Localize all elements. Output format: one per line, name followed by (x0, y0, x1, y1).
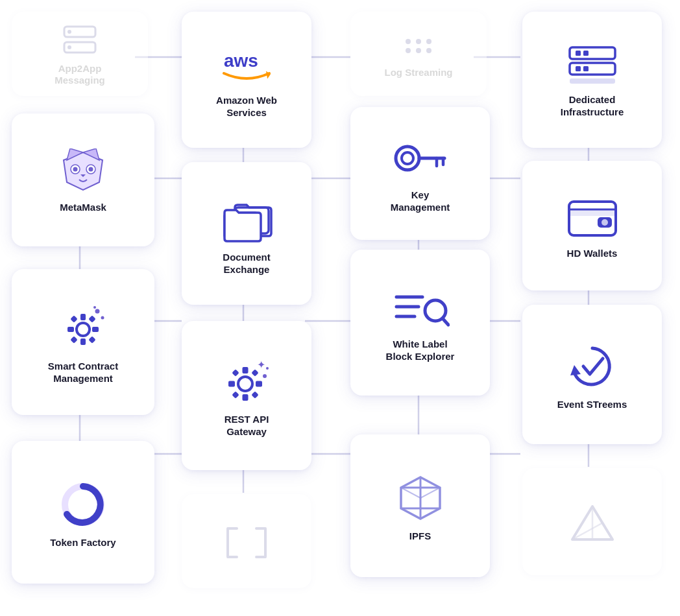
svg-rect-35 (576, 51, 581, 56)
svg-rect-63 (80, 338, 86, 345)
svg-point-51 (396, 147, 419, 170)
svg-rect-78 (232, 370, 239, 377)
svg-line-97 (401, 488, 420, 498)
aws-label: Amazon WebServices (216, 95, 277, 119)
card-event-streams[interactable]: Event STreems (522, 305, 662, 444)
card-hd-wallets[interactable]: HD Wallets (522, 161, 662, 290)
card-metamask[interactable]: MetaMask (12, 113, 154, 246)
svg-point-83 (263, 374, 267, 378)
log-streaming-icon (402, 32, 435, 60)
svg-rect-74 (243, 367, 249, 373)
svg-point-84 (266, 367, 269, 370)
svg-point-46 (73, 167, 78, 172)
svg-rect-39 (583, 66, 589, 71)
svg-text:aws: aws (224, 51, 258, 71)
card-log-streaming[interactable]: Log Streaming (350, 12, 487, 96)
white-label-label: White LabelBlock Explorer (386, 338, 455, 363)
svg-point-29 (416, 39, 421, 44)
svg-point-30 (426, 39, 431, 44)
dedicated-infra-icon (566, 43, 618, 88)
triangle-icon (570, 504, 615, 543)
app2app-label: App2AppMessaging (55, 63, 105, 88)
rest-api-label: REST APIGateway (225, 414, 269, 438)
rest-api-icon: ✦ (221, 355, 273, 407)
card-ipfs[interactable]: IPFS (350, 434, 490, 577)
svg-point-72 (93, 306, 96, 309)
svg-rect-79 (251, 370, 258, 377)
svg-point-70 (95, 309, 100, 313)
hd-wallets-label: HD Wallets (567, 248, 618, 260)
card-dedicated-infra[interactable]: DedicatedInfrastructure (522, 12, 662, 148)
card-document-exchange[interactable]: DocumentExchange (182, 162, 311, 305)
event-streams-icon (566, 340, 618, 392)
dedicated-infra-label: DedicatedInfrastructure (561, 94, 624, 119)
svg-point-25 (67, 45, 71, 49)
svg-point-71 (101, 316, 104, 319)
metamask-label: MetaMask (60, 202, 106, 214)
card-app2app[interactable]: App2AppMessaging (12, 12, 148, 96)
card-smart-contract[interactable]: Smart ContractManagement (12, 269, 154, 415)
svg-point-47 (89, 167, 93, 172)
ipfs-icon (395, 472, 446, 524)
card-key-management[interactable]: KeyManagement (350, 107, 490, 240)
svg-text:✦: ✦ (257, 359, 265, 370)
log-streaming-label: Log Streaming (384, 67, 452, 79)
svg-point-28 (406, 39, 411, 44)
document-exchange-label: DocumentExchange (223, 252, 270, 276)
smart-contract-label: Smart ContractManagement (48, 361, 118, 385)
metamask-icon (57, 148, 109, 195)
event-streams-label: Event STreems (557, 399, 627, 411)
svg-rect-38 (576, 66, 581, 71)
svg-rect-77 (256, 381, 262, 387)
smart-contract-icon (57, 302, 109, 354)
bracket-icon (224, 523, 269, 562)
svg-line-89 (443, 318, 448, 325)
aws-icon: aws (217, 43, 276, 88)
svg-point-31 (406, 48, 411, 53)
svg-point-73 (238, 377, 252, 391)
svg-rect-69 (88, 336, 95, 343)
svg-rect-40 (570, 78, 615, 84)
app2app-icon (58, 23, 102, 56)
card-aws[interactable]: aws Amazon WebServices (182, 12, 311, 148)
svg-point-32 (416, 48, 421, 53)
main-grid: App2AppMessaging aws Amazon WebServices (0, 0, 680, 616)
svg-point-33 (426, 48, 431, 53)
svg-point-60 (601, 219, 608, 226)
document-exchange-icon (221, 193, 273, 245)
white-label-icon (391, 285, 450, 332)
card-bottom-mid[interactable] (182, 494, 311, 588)
svg-point-52 (402, 152, 413, 164)
card-white-label[interactable]: White LabelBlock Explorer (350, 250, 490, 396)
token-factory-label: Token Factory (50, 537, 115, 549)
svg-rect-75 (243, 394, 249, 401)
svg-marker-90 (570, 365, 581, 375)
svg-line-96 (420, 488, 440, 498)
svg-rect-67 (88, 315, 95, 322)
svg-rect-36 (583, 51, 589, 56)
svg-point-24 (67, 30, 71, 34)
key-management-icon (391, 136, 450, 183)
card-bottom-right[interactable] (522, 468, 662, 575)
ipfs-label: IPFS (409, 530, 431, 543)
card-rest-api[interactable]: ✦ REST APIGateway (182, 321, 311, 470)
svg-rect-62 (80, 314, 86, 320)
token-factory-icon (57, 479, 109, 530)
svg-marker-27 (266, 71, 271, 79)
svg-rect-64 (67, 327, 74, 332)
svg-rect-65 (92, 327, 99, 332)
svg-rect-81 (251, 392, 258, 399)
svg-rect-80 (232, 392, 239, 399)
svg-point-61 (77, 323, 90, 336)
svg-rect-66 (70, 315, 77, 322)
svg-rect-68 (70, 336, 77, 343)
key-management-label: KeyManagement (391, 189, 450, 214)
card-token-factory[interactable]: Token Factory (12, 441, 154, 584)
svg-rect-76 (228, 381, 235, 387)
hd-wallets-icon (566, 195, 618, 241)
